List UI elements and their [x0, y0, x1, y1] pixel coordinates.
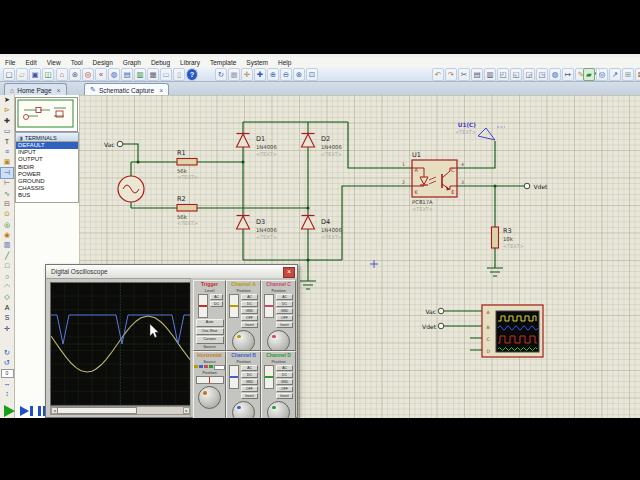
- simulation-step-button[interactable]: [20, 406, 33, 416]
- oscilloscope-titlebar[interactable]: Digital Oscilloscope: [46, 265, 297, 279]
- selection-mode-icon[interactable]: ➤: [1, 95, 13, 105]
- new-sheet-icon[interactable]: ⊞: [622, 68, 634, 81]
- simulation-play-button[interactable]: [4, 405, 15, 417]
- channel-coupling-button[interactable]: Invert: [276, 393, 293, 399]
- block-copy-icon[interactable]: ◰: [497, 68, 509, 81]
- channel-coupling-button[interactable]: AC: [241, 294, 258, 300]
- channel-d-position-slider[interactable]: [264, 365, 274, 389]
- channel-c-position-slider[interactable]: [264, 294, 274, 318]
- channel-coupling-button[interactable]: DC: [276, 301, 293, 307]
- memo-icon[interactable]: ▭: [160, 68, 172, 81]
- channel-coupling-button[interactable]: GND: [241, 308, 258, 314]
- text-script-mode-icon[interactable]: T: [1, 137, 13, 147]
- channel-b-position-slider[interactable]: [229, 365, 239, 389]
- calculator-icon[interactable]: ▦: [147, 68, 159, 81]
- terminal-type-item[interactable]: BIDIR: [16, 164, 78, 171]
- goto-icon[interactable]: ↦: [562, 68, 574, 81]
- horizontal-position-slider[interactable]: [196, 376, 224, 384]
- 2d-line-mode-icon[interactable]: ╱: [1, 251, 13, 261]
- system-settings-icon[interactable]: ⊛: [69, 68, 81, 81]
- channel-a-gain-knob[interactable]: [232, 330, 255, 351]
- resistor-r2[interactable]: R2 56k <TEXT>: [177, 195, 198, 226]
- zoom-all-icon[interactable]: ⊗: [293, 68, 305, 81]
- channel-coupling-button[interactable]: DC: [241, 372, 258, 378]
- help-icon[interactable]: ?: [186, 68, 198, 81]
- channel-c-gain-knob[interactable]: [267, 330, 290, 351]
- channel-coupling-button[interactable]: Invert: [241, 322, 258, 328]
- scroll-right-icon[interactable]: ▸: [183, 407, 190, 414]
- grid-toggle-icon[interactable]: ▦: [228, 68, 240, 81]
- terminal-vdet[interactable]: Vdet: [524, 183, 548, 190]
- trigger-dc-button[interactable]: DC: [210, 301, 223, 307]
- highlight-net-icon[interactable]: ▰: [583, 68, 595, 81]
- tab-close-icon[interactable]: ×: [159, 87, 163, 94]
- virtual-instruments-mode-icon[interactable]: ▥: [1, 240, 13, 250]
- menu-item[interactable]: Tool: [66, 59, 88, 66]
- find-icon[interactable]: ◍: [108, 68, 120, 81]
- redraw-icon[interactable]: ↻: [215, 68, 227, 81]
- channel-coupling-button[interactable]: Invert: [276, 322, 293, 328]
- mirror-horizontal-icon[interactable]: ↔: [1, 379, 13, 389]
- menu-item[interactable]: Edit: [20, 59, 41, 66]
- cut-icon[interactable]: ✂: [458, 68, 470, 81]
- find-component-icon[interactable]: ◍: [549, 68, 561, 81]
- search-select-icon[interactable]: ◎: [596, 68, 608, 81]
- zoom-out-icon[interactable]: ⊖: [280, 68, 292, 81]
- component-mode-icon[interactable]: ⊳: [1, 105, 13, 115]
- oscilloscope-screen[interactable]: [50, 282, 191, 406]
- terminal-type-item[interactable]: POWER: [16, 171, 78, 178]
- rotate-anticlockwise-icon[interactable]: ↺: [1, 358, 13, 368]
- home-icon[interactable]: ⌂: [56, 68, 68, 81]
- voltage-probe-mode-icon[interactable]: ◎: [1, 220, 13, 230]
- junction-dot-mode-icon[interactable]: ✚: [1, 116, 13, 126]
- undo-icon[interactable]: ↶: [432, 68, 444, 81]
- trigger-mode-button[interactable]: Cursors: [196, 336, 224, 344]
- device-pins-mode-icon[interactable]: ⊢: [1, 178, 13, 188]
- channel-coupling-button[interactable]: OFF: [241, 315, 258, 321]
- terminal-type-item[interactable]: CHASSIS: [16, 185, 78, 192]
- menu-item[interactable]: Help: [273, 59, 296, 66]
- oscilloscope-close-button[interactable]: ×: [283, 267, 295, 278]
- block-rotate-icon[interactable]: ◲: [523, 68, 535, 81]
- page-icon[interactable]: ▯: [173, 68, 185, 81]
- channel-d-gain-knob[interactable]: [267, 401, 290, 419]
- oscilloscope-hscrollbar[interactable]: ◂ ▸: [50, 406, 191, 415]
- subcircuit-mode-icon[interactable]: ▣: [1, 157, 13, 167]
- timebase-knob[interactable]: [198, 386, 221, 409]
- panel-pin-icon[interactable]: ◨: [16, 135, 25, 141]
- block-delete-icon[interactable]: ◳: [536, 68, 548, 81]
- zoom-in-icon[interactable]: ⊕: [267, 68, 279, 81]
- tape-recorder-mode-icon[interactable]: ⊟: [1, 199, 13, 209]
- menu-item[interactable]: Debug: [146, 59, 175, 66]
- 2d-arc-mode-icon[interactable]: ◠: [1, 282, 13, 292]
- copy-icon[interactable]: ▤: [471, 68, 483, 81]
- origin-icon[interactable]: ✛: [241, 68, 253, 81]
- new-project-icon[interactable]: ▢: [3, 68, 15, 81]
- channel-coupling-button[interactable]: GND: [276, 379, 293, 385]
- rotate-clockwise-icon[interactable]: ↻: [1, 348, 13, 358]
- ac-source[interactable]: [118, 176, 144, 202]
- notes-icon[interactable]: ▥: [134, 68, 146, 81]
- block-move-icon[interactable]: ◱: [510, 68, 522, 81]
- resistor-r1[interactable]: R1 56k <TEXT>: [177, 149, 198, 180]
- open-project-icon[interactable]: ▱: [16, 68, 28, 81]
- redo-icon[interactable]: ↷: [445, 68, 457, 81]
- oscilloscope-component[interactable]: Vac Vdet A B C D: [422, 305, 543, 357]
- trigger-mode-button[interactable]: One-Shot: [196, 328, 224, 336]
- menu-item[interactable]: Graph: [118, 59, 146, 66]
- sheet-preview[interactable]: [15, 97, 78, 132]
- digital-oscilloscope-window[interactable]: Digital Oscilloscope × ◂ ▸ Trigger Level…: [45, 264, 298, 418]
- menu-item[interactable]: Library: [175, 59, 205, 66]
- terminal-type-item[interactable]: DEFAULT: [16, 142, 78, 149]
- terminal-type-item[interactable]: BUS: [16, 192, 78, 199]
- 2d-path-mode-icon[interactable]: ◇: [1, 292, 13, 302]
- channel-coupling-button[interactable]: AC: [276, 365, 293, 371]
- terminal-type-item[interactable]: INPUT: [16, 149, 78, 156]
- channel-coupling-button[interactable]: GND: [241, 379, 258, 385]
- channel-coupling-button[interactable]: GND: [276, 308, 293, 314]
- 2d-box-mode-icon[interactable]: □: [1, 261, 13, 271]
- trigger-mode-button[interactable]: Auto: [196, 319, 224, 327]
- buses-mode-icon[interactable]: ≡: [1, 147, 13, 157]
- current-probe-mode-icon[interactable]: ◉: [1, 230, 13, 240]
- rewind-icon[interactable]: «: [95, 68, 107, 81]
